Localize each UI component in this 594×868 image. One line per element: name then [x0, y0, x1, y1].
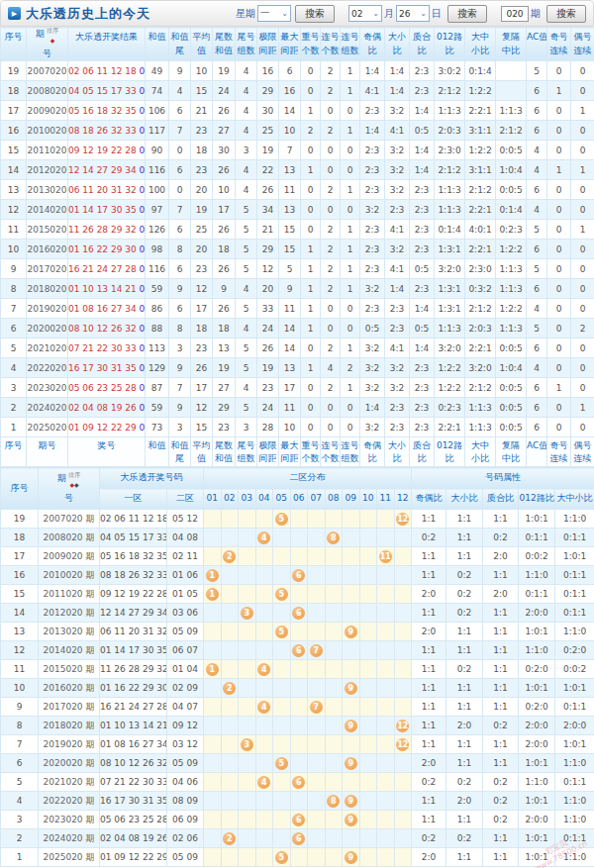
date-search-button[interactable]: 搜索 — [447, 5, 487, 23]
day-select[interactable]: 26⌄ — [396, 5, 430, 22]
back-number-ball: 2 — [223, 550, 236, 563]
sort-control[interactable]: 排序 ◆ — [47, 28, 58, 47]
stat-value-cell: 0 — [301, 61, 321, 81]
attr-value-cell: 0:1:1 — [555, 529, 594, 547]
stats-row: 4 2022020 16 17 30 31 35 08 091299261951… — [1, 358, 594, 378]
dist-cell — [359, 698, 377, 717]
attr-value-cell: 0:2:0 — [519, 660, 555, 679]
stat-value-cell: 0 — [571, 378, 594, 398]
stat-value-cell: 0 — [547, 418, 571, 437]
attr-value-cell: 2:0 — [412, 848, 446, 867]
attr-column-header: 质合比 — [483, 489, 519, 510]
issue-search-button[interactable]: 搜索 — [546, 5, 586, 23]
attr-value-cell: 1:0:1 — [519, 848, 555, 867]
dist-cell — [359, 754, 377, 773]
attr-value-cell: 1:1 — [446, 754, 483, 773]
attr-value-cell: 1:1 — [446, 641, 483, 660]
dist-cell — [377, 773, 395, 792]
stat-value-cell: 13 — [213, 338, 236, 358]
stat-value-cell: 6 — [527, 398, 547, 418]
column-header: 重号个数 — [301, 437, 321, 467]
stat-value-cell: 26 — [213, 220, 236, 240]
stat-value-cell: 18 — [213, 319, 236, 338]
dist-column-header: 09 — [343, 489, 360, 510]
attr-value-cell: 1:1 — [446, 510, 483, 529]
stat-value-cell: 1:4 — [385, 61, 410, 81]
serial-cell: 10 — [1, 240, 27, 259]
dist-cell — [308, 623, 326, 641]
period-cell: 2018020 — [27, 279, 68, 299]
stat-value-cell: 3:0:2 — [435, 61, 465, 81]
dist-cell — [204, 735, 222, 754]
distribution-group-header: 二区分布 — [204, 468, 412, 489]
dist-cell — [325, 773, 343, 792]
attr-value-cell: 1:1:0 — [555, 510, 594, 529]
stat-value-cell: 10 — [279, 121, 301, 141]
stat-value-cell: 1 — [341, 378, 360, 398]
dist-cell — [359, 848, 377, 867]
serial-cell: 1 — [1, 418, 27, 437]
dist-cell: 5 — [273, 848, 291, 867]
serial-cell: 6 — [1, 754, 39, 773]
distribution-row: 8 2018020 期 01 10 13 14 21 09 129121:12:… — [1, 717, 594, 735]
stats-row: 1 2025020 01 09 12 22 29 05 097331523328… — [1, 418, 594, 437]
attr-value-cell: 0:2 — [483, 811, 519, 829]
dist-cell — [343, 585, 360, 604]
stat-value-cell: 0 — [547, 358, 571, 378]
weekday-search-button[interactable]: 搜索 — [295, 5, 335, 23]
front-zone-numbers: 05 16 18 32 35 — [68, 106, 137, 116]
zone1-numbers-cell: 16 21 24 27 28 — [100, 698, 167, 717]
back-number-ball: 12 — [396, 720, 409, 732]
dist-cell — [394, 660, 412, 679]
back-number-ball: 11 — [379, 550, 392, 563]
dist-cell: 5 — [273, 510, 291, 529]
stat-value-cell: 0:3:2 — [465, 279, 496, 299]
attr-value-cell: 1:0:1 — [519, 829, 555, 848]
stat-value-cell: 1:1:3 — [435, 180, 465, 200]
column-header: 复隔中比 — [496, 437, 527, 467]
stats-row: 5 2021020 07 21 22 30 33 04 061133231352… — [1, 338, 594, 358]
stats-row: 8 2018020 01 10 13 14 21 09 125991294209… — [1, 279, 594, 299]
dist-cell — [325, 735, 343, 754]
draw-numbers-cell: 08 18 26 32 33 01 06 — [68, 121, 146, 141]
dist-cell: 3 — [239, 735, 256, 754]
dist-cell — [239, 754, 256, 773]
stats-row: 16 2010020 08 18 26 32 33 01 06117723274… — [1, 121, 594, 141]
stat-value-cell: 0 — [571, 200, 594, 220]
zone2-numbers-cell: 01 05 — [167, 585, 204, 604]
serial-cell: 17 — [1, 547, 39, 566]
stat-value-cell: 0 — [341, 141, 360, 160]
period-cell: 2019020 — [27, 299, 68, 319]
weekday-select[interactable]: 一⌄ — [257, 5, 291, 22]
dist-cell — [221, 510, 239, 529]
dist-cell — [290, 735, 308, 754]
dist-cell — [325, 698, 343, 717]
stat-value-cell: 2 — [321, 121, 341, 141]
stats-row: 2 2024020 02 04 08 19 26 02 065991229524… — [1, 398, 594, 418]
attr-value-cell: 1:1:0 — [519, 773, 555, 792]
serial-cell: 19 — [1, 61, 27, 81]
stat-value-cell: 4 — [236, 279, 257, 299]
title-bullet-icon: ▶ — [8, 7, 21, 20]
attr-value-cell: 2:0 — [412, 754, 446, 773]
issue-input[interactable] — [501, 6, 529, 22]
dist-column-header: 08 — [325, 489, 343, 510]
attr-value-cell: 1:0:1 — [519, 679, 555, 698]
dist-cell — [394, 641, 412, 660]
period-cell: 2014020 期 — [39, 641, 100, 660]
stat-value-cell: 0 — [301, 378, 321, 398]
back-zone-numbers: 05 09 — [140, 185, 146, 195]
sort-control[interactable]: 排序 ◆◆ — [68, 472, 80, 491]
dist-column-header: 02 — [221, 489, 239, 510]
stat-value-cell: 11 — [279, 398, 301, 418]
dist-cell — [325, 829, 343, 848]
stat-value-cell: 0 — [321, 418, 341, 437]
stat-value-cell: 0 — [321, 160, 341, 180]
stat-value-cell: 2:3 — [410, 279, 435, 299]
back-number-ball: 4 — [257, 531, 270, 544]
month-select[interactable]: 02⌄ — [348, 5, 382, 22]
period-cell: 2015020 期 — [39, 660, 100, 679]
dist-cell — [239, 641, 256, 660]
draw-numbers-cell: 01 08 16 27 34 03 12 — [68, 299, 146, 319]
back-number-ball: 6 — [292, 814, 305, 826]
